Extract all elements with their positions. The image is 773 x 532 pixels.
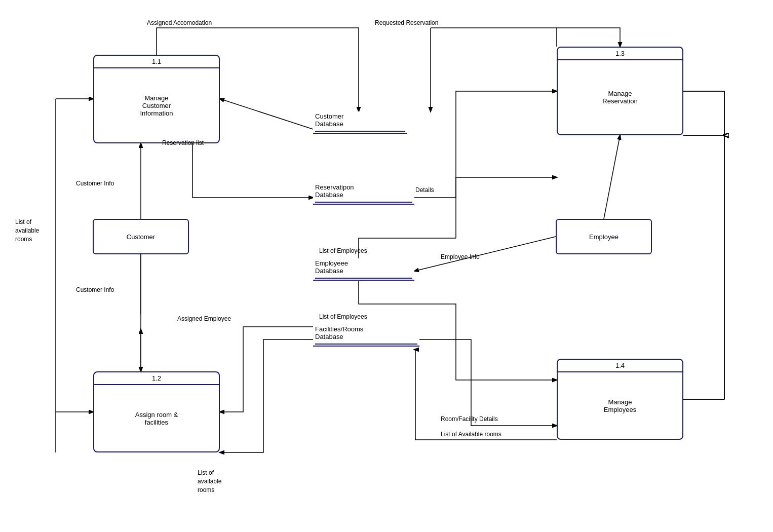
label-customer-info-2: Customer Info bbox=[76, 286, 114, 293]
process-number-1-3: 1.3 bbox=[558, 48, 682, 60]
label-requested-res: Requested Reservation bbox=[375, 19, 438, 26]
datastore-customer-db-label: Customer bbox=[315, 112, 405, 120]
datastore-facilities-db-label: Facilities/Rooms bbox=[315, 325, 417, 333]
label-employee-info: Employee Info bbox=[441, 253, 480, 260]
label-room-facility-details: Room/Facility Details bbox=[441, 415, 498, 423]
process-label-1-2: Assign room &facilities bbox=[94, 385, 219, 451]
label-list-available-rooms-left: List ofavailablerooms bbox=[15, 218, 56, 243]
svg-line-9 bbox=[414, 237, 556, 271]
datastore-employee-db: Employeee Database bbox=[313, 258, 414, 281]
label-list-employees-1: List of Employees bbox=[319, 247, 367, 254]
entity-customer: Customer bbox=[93, 219, 189, 254]
label-assigned-employee: Assigned Employee bbox=[177, 315, 231, 322]
datastore-customer-db: Customer Database bbox=[313, 111, 407, 134]
datastore-reservation-db: Reservatipon Database bbox=[313, 182, 414, 205]
process-label-1-1: ManageCustomerInformation bbox=[94, 68, 219, 142]
label-assigned-accom: Assigned Accomodation bbox=[147, 19, 212, 26]
label-reservation-list: Reservation list bbox=[162, 139, 204, 146]
label-customer-info-1: Customer Info bbox=[76, 180, 114, 187]
label-details: Details bbox=[415, 186, 434, 194]
process-label-1-3: ManageReservation bbox=[558, 60, 682, 134]
process-box-1-1: 1.1 ManageCustomerInformation bbox=[93, 55, 220, 143]
process-box-1-3: 1.3 ManageReservation bbox=[557, 47, 683, 135]
diagram-container: 1.1 ManageCustomerInformation 1.2 Assign… bbox=[0, 0, 773, 532]
svg-line-3 bbox=[220, 99, 313, 129]
entity-employee: Employee bbox=[556, 219, 652, 254]
datastore-employee-db-label: Employeee bbox=[315, 259, 412, 267]
label-list-employees-2: List of Employees bbox=[319, 313, 367, 320]
entity-employee-label: Employee bbox=[589, 233, 619, 241]
process-box-1-4: 1.4 ManageEmployees bbox=[557, 359, 683, 440]
process-number-1-1: 1.1 bbox=[94, 56, 219, 68]
datastore-reservation-db-label: Reservatipon bbox=[315, 183, 412, 191]
label-list-available-rooms-2: List of Available rooms bbox=[441, 431, 501, 438]
process-number-1-2: 1.2 bbox=[94, 372, 219, 385]
entity-customer-label: Customer bbox=[127, 233, 155, 241]
process-number-1-4: 1.4 bbox=[558, 360, 682, 372]
datastore-facilities-db: Facilities/Rooms Database bbox=[313, 324, 419, 347]
svg-line-10 bbox=[604, 135, 620, 219]
label-list-available-rooms-bottom: List ofavailablerooms bbox=[198, 469, 243, 494]
process-box-1-2: 1.2 Assign room &facilities bbox=[93, 371, 220, 452]
process-label-1-4: ManageEmployees bbox=[558, 372, 682, 439]
